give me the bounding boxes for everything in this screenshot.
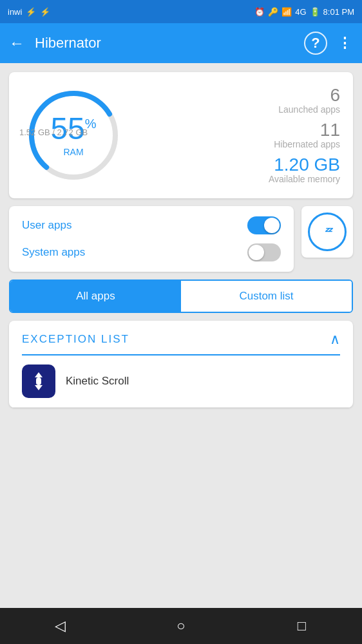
help-button[interactable]: ? [304,32,327,55]
menu-button[interactable]: ⋮ [338,35,353,52]
hibernated-count: 11 [138,121,340,139]
available-memory-value: 1.20 GB [138,156,340,174]
svg-rect-5 [36,377,41,385]
tabs-row: All apps Custom list [9,279,353,313]
launched-label: Launched apps [138,104,340,115]
system-apps-toggle[interactable] [247,243,281,261]
exception-header: Exception List ∧ [9,321,353,354]
tab-all-apps[interactable]: All apps [10,281,181,312]
controls-row: User apps System apps ᶻᶻ [9,206,353,272]
back-button[interactable]: ← [9,34,24,52]
tab-custom-list[interactable]: Custom list [181,281,352,312]
status-bar-right: ⏰ 🔑 📶 4G 🔋 8:01 PM [254,7,354,17]
app-name-kinetic-scroll: Kinetic Scroll [66,375,129,388]
usb2-icon: ⚡ [40,7,50,17]
hibernated-stat: 11 Hibernated apps [138,121,340,149]
stats-right: 6 Launched apps 11 Hibernated apps 1.20 … [125,86,340,184]
carrier-label: inwi [8,7,22,17]
launched-count: 6 [138,86,340,104]
exception-collapse-button[interactable]: ∧ [330,331,340,348]
signal-icon: 4G [295,7,306,17]
wifi-icon: 📶 [281,7,292,17]
toolbar-title: Hibernator [35,35,294,52]
toolbar: ← Hibernator ? ⋮ [0,23,362,63]
exception-title: Exception List [22,333,129,346]
stats-card: 55% RAM 1.52 GB / 2.72 GB 6 Launched app… [9,72,353,198]
system-apps-label: System apps [22,246,85,259]
available-memory-label: Available memory [138,174,340,184]
sleep-button[interactable]: ᶻᶻ [301,206,353,258]
system-apps-row: System apps [22,243,281,261]
key-icon: 🔑 [268,7,278,17]
app-icon-kinetic-scroll [22,365,55,398]
time-label: 8:01 PM [323,7,354,17]
bottom-nav: ◁ ○ □ [0,608,362,644]
sleep-circle-icon: ᶻᶻ [308,213,347,251]
main-content: 55% RAM 1.52 GB / 2.72 GB 6 Launched app… [0,63,362,408]
user-apps-row: User apps [22,216,281,234]
system-apps-knob [249,245,264,260]
user-apps-toggle[interactable] [247,216,281,234]
usb-icon: ⚡ [26,7,36,17]
hibernated-label: Hibernated apps [138,139,340,149]
available-memory-stat: 1.20 GB Available memory [138,156,340,184]
user-apps-knob [264,218,280,233]
toggle-card: User apps System apps [9,206,294,272]
alarm-icon: ⏰ [254,7,265,17]
ram-label: RAM [50,147,96,157]
battery-icon: 🔋 [310,7,320,17]
status-bar: inwi ⚡ ⚡ ⏰ 🔑 📶 4G 🔋 8:01 PM [0,0,362,23]
launched-stat: 6 Launched apps [138,86,340,115]
user-apps-label: User apps [22,219,71,232]
nav-back-button[interactable]: ◁ [44,610,77,642]
exception-card: Exception List ∧ [9,321,353,408]
ram-usage: 1.52 GB / 2.72 GB [19,128,88,137]
list-item: Kinetic Scroll [9,355,353,408]
status-bar-left: inwi ⚡ ⚡ [8,7,50,17]
nav-home-button[interactable]: ○ [165,610,197,642]
nav-recent-button[interactable]: □ [285,610,318,642]
